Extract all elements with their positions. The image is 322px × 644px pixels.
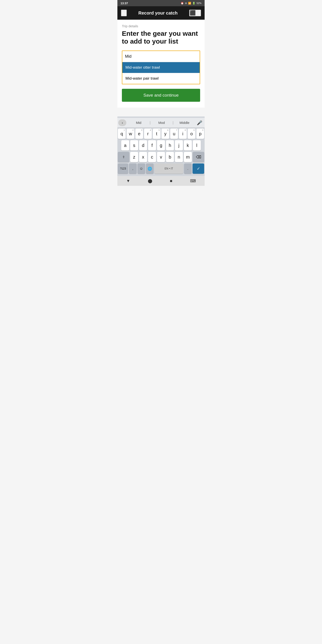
globe-key[interactable]: 🌐 — [146, 164, 154, 174]
page-heading: Enter the gear you want to add to your l… — [122, 30, 200, 45]
app-bar-title: Record your catch — [138, 10, 178, 16]
main-content: Trip details Enter the gear you want to … — [118, 20, 204, 108]
emoji-key[interactable]: ☺ — [138, 164, 145, 174]
nav-recent-button[interactable]: ■ — [170, 179, 172, 183]
gear-search-input[interactable] — [122, 51, 200, 62]
key-n[interactable]: n — [175, 152, 183, 162]
signal-icon: 📶 — [188, 2, 191, 5]
key-d[interactable]: d — [139, 140, 147, 150]
nav-keyboard-button[interactable]: ⌨ — [190, 178, 196, 183]
gear-input-container: Mid-water otter trawl Mid-water pair tra… — [122, 50, 200, 84]
exit-button[interactable]: ⬛→ — [189, 10, 201, 16]
key-w[interactable]: 2w — [126, 128, 134, 139]
key-g[interactable]: g — [157, 140, 165, 150]
key-h[interactable]: h — [166, 140, 174, 150]
key-j[interactable]: j — [175, 140, 183, 150]
key-u[interactable]: 7u — [170, 128, 178, 139]
nav-home-button[interactable]: ⬤ — [148, 178, 152, 183]
nav-bar: ▼ ⬤ ■ ⌨ — [118, 176, 204, 186]
key-q[interactable]: 1q — [118, 128, 126, 139]
backspace-key[interactable]: ⌫ — [193, 152, 204, 162]
key-y[interactable]: 6y — [162, 128, 169, 139]
key-p[interactable]: 0p — [196, 128, 204, 139]
suggestion-3[interactable]: Middle — [174, 121, 196, 124]
space-key[interactable]: EN • IT — [154, 164, 183, 174]
period-key[interactable]: . — [184, 164, 192, 174]
key-row-1: 1q 2w 3e 4r 5t 6y 7u 8i 9o 0p — [118, 128, 204, 139]
key-l[interactable]: l — [193, 140, 201, 150]
suggestions-list: Mid | Mod | Middle — [128, 121, 196, 125]
key-z[interactable]: z — [130, 152, 138, 162]
key-x[interactable]: x — [139, 152, 147, 162]
save-continue-button[interactable]: Save and continue — [122, 89, 200, 102]
alarm-icon: ⏰ — [181, 2, 184, 5]
dnd-icon: ⊖ — [185, 2, 187, 5]
status-time: 13:37 — [120, 2, 128, 5]
suggestions-bar: › Mid | Mod | Middle 🎤 — [118, 118, 204, 128]
numbers-key[interactable]: ?123 — [118, 164, 128, 174]
back-button[interactable]: ← — [121, 10, 127, 16]
key-r[interactable]: 4r — [144, 128, 152, 139]
dropdown-option-1[interactable]: Mid-water otter trawl — [122, 62, 200, 73]
shift-key[interactable]: ⇧ — [118, 152, 129, 162]
key-c[interactable]: c — [148, 152, 156, 162]
section-label: Trip details — [122, 24, 200, 28]
key-m[interactable]: m — [184, 152, 192, 162]
suggestion-1[interactable]: Mid — [128, 121, 150, 124]
key-row-4: ?123 , ☺ 🌐 EN • IT . ✓ — [118, 164, 204, 174]
key-f[interactable]: f — [148, 140, 156, 150]
key-k[interactable]: k — [184, 140, 192, 150]
done-key[interactable]: ✓ — [192, 164, 204, 174]
dropdown-options: Mid-water otter trawl Mid-water pair tra… — [122, 62, 200, 84]
mic-button[interactable]: 🎤 — [196, 120, 204, 126]
key-row-3: ⇧ z x c v b n m ⌫ — [118, 152, 204, 162]
battery-icon: 🔋 — [192, 2, 196, 5]
key-a[interactable]: a — [121, 140, 129, 150]
battery-percent: 52% — [196, 2, 202, 4]
key-i[interactable]: 8i — [179, 128, 187, 139]
nav-back-button[interactable]: ▼ — [126, 179, 130, 183]
key-o[interactable]: 9o — [188, 128, 196, 139]
suggestions-expand-button[interactable]: › — [118, 120, 126, 126]
comma-key[interactable]: , — [129, 164, 137, 174]
keyboard-area: › Mid | Mod | Middle 🎤 1q 2w 3e 4r 5t 6y… — [118, 116, 204, 176]
key-t[interactable]: 5t — [153, 128, 160, 139]
key-s[interactable]: s — [130, 140, 138, 150]
keyboard-keys: 1q 2w 3e 4r 5t 6y 7u 8i 9o 0p a s d f g … — [118, 128, 204, 176]
suggestion-2[interactable]: Mod — [150, 121, 172, 124]
app-bar: ← Record your catch ⬛→ — [118, 6, 204, 20]
key-e[interactable]: 3e — [135, 128, 143, 139]
status-bar: 13:37 ⏰ ⊖ 📶 🔋 52% — [118, 0, 204, 6]
key-b[interactable]: b — [166, 152, 174, 162]
dropdown-option-2[interactable]: Mid-water pair trawl — [122, 73, 200, 84]
key-v[interactable]: v — [157, 152, 165, 162]
status-icons: ⏰ ⊖ 📶 🔋 52% — [181, 2, 202, 5]
key-row-2: a s d f g h j k l — [118, 140, 204, 150]
